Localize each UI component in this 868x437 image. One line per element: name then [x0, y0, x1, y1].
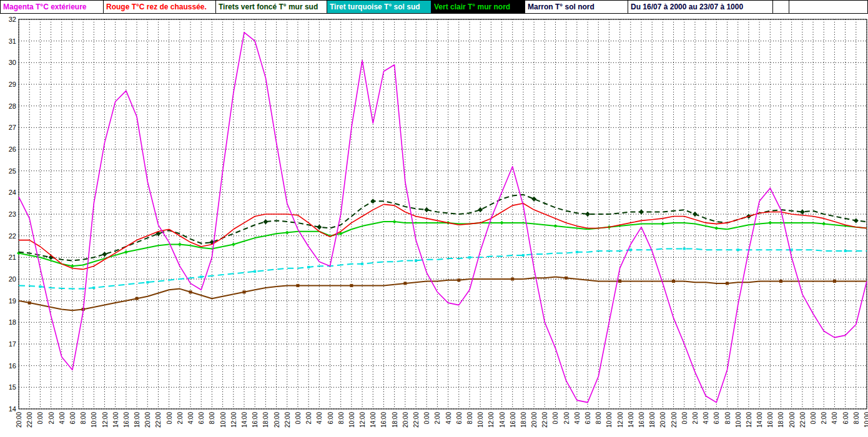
svg-text:8:00: 8:00: [466, 412, 473, 425]
svg-text:0:00: 0:00: [37, 412, 44, 425]
legend-bar: Magenta T°C extérieure Rouge T°C rez de …: [0, 0, 868, 14]
svg-text:8:00: 8:00: [80, 412, 87, 425]
svg-text:6:00: 6:00: [327, 412, 334, 425]
svg-text:32: 32: [9, 16, 16, 23]
svg-text:16: 16: [9, 362, 16, 370]
svg-text:6:00: 6:00: [456, 412, 463, 425]
svg-text:14:00: 14:00: [241, 412, 248, 428]
svg-text:10:00: 10:00: [864, 412, 868, 428]
svg-text:14:00: 14:00: [628, 412, 634, 428]
plot-border: [19, 19, 867, 409]
svg-text:30: 30: [9, 59, 16, 66]
svg-text:18:00: 18:00: [262, 412, 269, 428]
svg-text:8:00: 8:00: [853, 412, 860, 425]
header-box-wide: [789, 1, 867, 13]
svg-text:23: 23: [9, 210, 16, 218]
svg-text:31: 31: [9, 37, 16, 45]
svg-text:10:00: 10:00: [606, 412, 613, 428]
svg-text:12:00: 12:00: [617, 412, 624, 428]
svg-text:22: 22: [9, 232, 16, 240]
series-mur-sud: [19, 195, 867, 261]
svg-text:4:00: 4:00: [703, 412, 709, 425]
svg-text:16:00: 16:00: [638, 412, 645, 428]
svg-text:22:00: 22:00: [155, 412, 162, 428]
svg-text:20:00: 20:00: [274, 412, 280, 428]
legend-mur-sud: Tirets vert foncé T° mur sud: [216, 1, 327, 13]
svg-text:20:00: 20:00: [789, 412, 796, 428]
svg-text:14:00: 14:00: [112, 412, 119, 428]
svg-text:19: 19: [9, 297, 16, 305]
svg-text:12:00: 12:00: [102, 412, 109, 428]
svg-text:4:00: 4:00: [574, 412, 581, 425]
svg-text:4:00: 4:00: [316, 412, 323, 425]
svg-text:26: 26: [9, 145, 16, 153]
svg-text:20: 20: [9, 275, 16, 283]
svg-text:24: 24: [9, 189, 16, 196]
svg-text:14: 14: [9, 405, 16, 413]
svg-text:0:00: 0:00: [810, 412, 817, 425]
legend-sol-sud: Tiret turquoise T° sol sud: [327, 1, 432, 13]
svg-text:27: 27: [9, 124, 16, 131]
chart-area: 1415161718192021222324252627282930313220…: [0, 14, 868, 437]
svg-text:8:00: 8:00: [209, 412, 215, 425]
svg-text:4:00: 4:00: [831, 412, 838, 425]
svg-text:20:00: 20:00: [659, 412, 666, 428]
svg-text:0:00: 0:00: [681, 412, 688, 425]
svg-text:2:00: 2:00: [692, 412, 699, 425]
svg-text:16:00: 16:00: [510, 412, 516, 428]
svg-text:18:00: 18:00: [520, 412, 527, 428]
svg-text:0:00: 0:00: [166, 412, 173, 425]
svg-text:12:00: 12:00: [230, 412, 237, 428]
svg-text:22:00: 22:00: [541, 412, 548, 428]
svg-text:4:00: 4:00: [187, 412, 194, 425]
header-box-small: [773, 1, 789, 13]
svg-text:18:00: 18:00: [777, 412, 784, 428]
svg-text:22:00: 22:00: [799, 412, 806, 428]
svg-text:10:00: 10:00: [735, 412, 742, 428]
svg-text:4:00: 4:00: [59, 412, 66, 425]
svg-text:29: 29: [9, 81, 16, 88]
svg-text:0:00: 0:00: [552, 412, 559, 425]
svg-text:10:00: 10:00: [348, 412, 355, 428]
x-axis-labels: 20:0022:000:002:004:006:008:0010:0012:00…: [16, 412, 868, 428]
svg-text:6:00: 6:00: [198, 412, 205, 425]
legend-exterieure: Magenta T°C extérieure: [1, 1, 104, 13]
svg-text:6:00: 6:00: [584, 412, 591, 425]
svg-text:10:00: 10:00: [477, 412, 484, 428]
svg-text:12:00: 12:00: [746, 412, 752, 428]
svg-text:2:00: 2:00: [563, 412, 570, 425]
svg-text:2:00: 2:00: [821, 412, 827, 425]
svg-text:0:00: 0:00: [295, 412, 302, 425]
svg-text:10:00: 10:00: [220, 412, 227, 428]
svg-text:8:00: 8:00: [338, 412, 345, 425]
svg-text:20:00: 20:00: [402, 412, 409, 428]
svg-text:2:00: 2:00: [48, 412, 55, 425]
svg-text:25: 25: [9, 167, 16, 175]
svg-text:4:00: 4:00: [445, 412, 452, 425]
svg-text:12:00: 12:00: [359, 412, 366, 428]
svg-text:6:00: 6:00: [69, 412, 76, 425]
series-mur-nord: [17, 220, 867, 268]
svg-text:21: 21: [9, 253, 16, 261]
svg-text:16:00: 16:00: [767, 412, 774, 428]
series-sol-nord: [19, 277, 867, 311]
gridlines: [19, 19, 867, 409]
svg-text:18:00: 18:00: [134, 412, 141, 428]
svg-text:18:00: 18:00: [392, 412, 398, 428]
svg-text:22:00: 22:00: [284, 412, 291, 428]
svg-text:22:00: 22:00: [413, 412, 420, 428]
chart-svg: 1415161718192021222324252627282930313220…: [0, 14, 868, 437]
svg-text:18: 18: [9, 318, 16, 326]
legend-sol-nord: Marron T° sol nord: [525, 1, 628, 13]
legend-mur-nord: Vert clair T° mur nord: [432, 1, 525, 13]
svg-text:17: 17: [9, 340, 16, 348]
svg-text:2:00: 2:00: [305, 412, 312, 425]
svg-text:20:00: 20:00: [16, 412, 22, 428]
svg-text:2:00: 2:00: [177, 412, 184, 425]
svg-text:22:00: 22:00: [26, 412, 33, 428]
svg-text:14:00: 14:00: [499, 412, 506, 428]
svg-text:20:00: 20:00: [531, 412, 538, 428]
svg-text:28: 28: [9, 102, 16, 110]
svg-text:6:00: 6:00: [713, 412, 720, 425]
svg-text:15: 15: [9, 383, 16, 391]
